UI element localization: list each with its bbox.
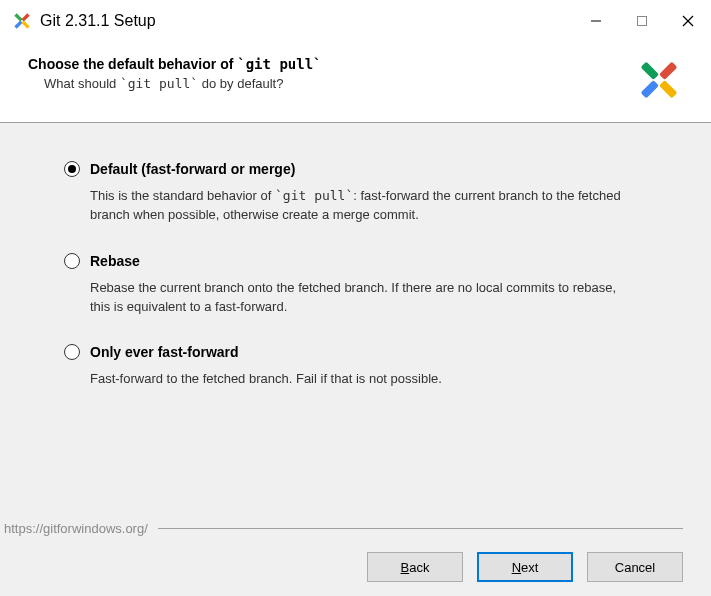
option-description: This is the standard behavior of `git pu… <box>90 187 630 225</box>
wizard-header: Choose the default behavior of `git pull… <box>0 42 711 122</box>
radio-icon <box>64 344 80 360</box>
radio-icon <box>64 161 80 177</box>
svg-rect-1 <box>14 20 22 28</box>
option-rebase: Rebase Rebase the current branch onto th… <box>64 253 663 317</box>
titlebar: Git 2.31.1 Setup <box>0 0 711 42</box>
option-description: Rebase the current branch onto the fetch… <box>90 279 630 317</box>
radio-ffonly[interactable]: Only ever fast-forward <box>64 344 663 360</box>
footer-divider <box>158 528 683 529</box>
footer-url: https://gitforwindows.org/ <box>0 521 148 536</box>
svg-rect-8 <box>659 62 677 80</box>
svg-rect-2 <box>14 13 22 21</box>
back-button[interactable]: Back <box>367 552 463 582</box>
page-heading: Choose the default behavior of `git pull… <box>28 56 619 72</box>
svg-rect-10 <box>641 62 659 80</box>
wizard-content: Default (fast-forward or merge) This is … <box>0 123 711 521</box>
git-icon <box>12 11 32 31</box>
button-row: Back Next Cancel <box>0 552 683 582</box>
svg-rect-0 <box>21 13 29 21</box>
svg-rect-5 <box>638 17 647 26</box>
window-controls <box>573 0 711 42</box>
close-button[interactable] <box>665 0 711 42</box>
wizard-footer: https://gitforwindows.org/ Back Next Can… <box>0 521 711 596</box>
minimize-button[interactable] <box>573 0 619 42</box>
option-label: Rebase <box>90 253 140 269</box>
window-title: Git 2.31.1 Setup <box>40 12 573 30</box>
svg-rect-11 <box>659 80 677 98</box>
option-description: Fast-forward to the fetched branch. Fail… <box>90 370 630 389</box>
maximize-button[interactable] <box>619 0 665 42</box>
option-label: Only ever fast-forward <box>90 344 239 360</box>
option-default: Default (fast-forward or merge) This is … <box>64 161 663 225</box>
option-ffonly: Only ever fast-forward Fast-forward to t… <box>64 344 663 389</box>
radio-rebase[interactable]: Rebase <box>64 253 663 269</box>
radio-default[interactable]: Default (fast-forward or merge) <box>64 161 663 177</box>
git-logo-icon <box>635 56 683 104</box>
page-subtitle: What should `git pull` do by default? <box>28 76 619 91</box>
svg-rect-9 <box>641 80 659 98</box>
radio-icon <box>64 253 80 269</box>
cancel-button[interactable]: Cancel <box>587 552 683 582</box>
next-button[interactable]: Next <box>477 552 573 582</box>
option-label: Default (fast-forward or merge) <box>90 161 295 177</box>
svg-rect-3 <box>21 20 29 28</box>
